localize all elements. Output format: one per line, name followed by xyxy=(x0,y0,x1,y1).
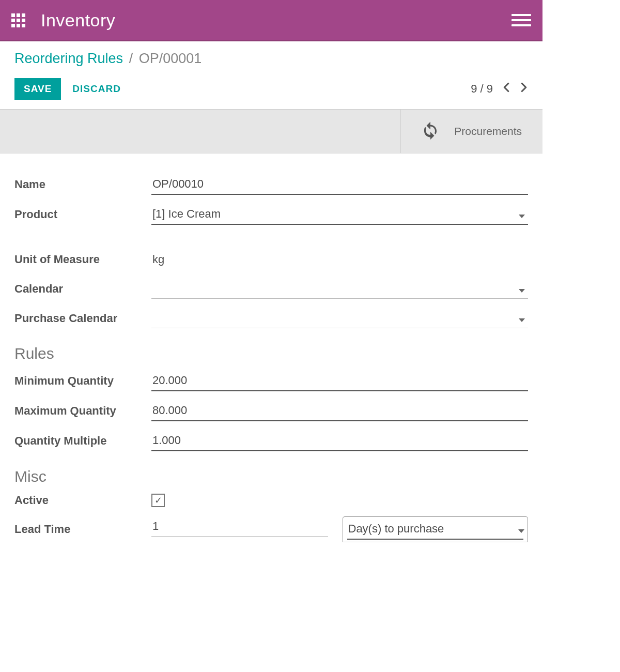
active-checkbox[interactable]: ✓ xyxy=(151,494,165,507)
label-name: Name xyxy=(14,178,151,191)
purchase-calendar-select[interactable] xyxy=(151,308,528,328)
qty-multiple-input[interactable] xyxy=(151,431,528,451)
top-navbar: Inventory xyxy=(0,0,542,41)
min-qty-input[interactable] xyxy=(151,371,528,391)
breadcrumb-parent-link[interactable]: Reordering Rules xyxy=(14,51,123,66)
discard-button[interactable]: DISCARD xyxy=(72,83,121,95)
procurements-label: Procurements xyxy=(454,125,522,138)
pager-next-icon[interactable] xyxy=(520,82,528,96)
label-min-qty: Minimum Quantity xyxy=(14,374,151,388)
breadcrumb-separator: / xyxy=(129,51,133,66)
label-active: Active xyxy=(14,494,151,507)
lead-time-input[interactable] xyxy=(151,516,328,537)
section-rules: Rules xyxy=(14,345,528,362)
breadcrumb: Reordering Rules / OP/00001 xyxy=(14,51,528,67)
stat-button-bar: Procurements xyxy=(0,109,542,154)
label-purchase-calendar: Purchase Calendar xyxy=(14,312,151,325)
label-calendar: Calendar xyxy=(14,282,151,296)
max-qty-input[interactable] xyxy=(151,401,528,421)
save-button[interactable]: SAVE xyxy=(14,78,61,100)
name-input[interactable] xyxy=(151,174,528,195)
breadcrumb-area: Reordering Rules / OP/00001 xyxy=(0,41,542,73)
refresh-icon xyxy=(421,121,440,142)
procurements-button[interactable]: Procurements xyxy=(400,110,542,153)
label-uom: Unit of Measure xyxy=(14,253,151,266)
form-body: Name Product Unit of Measure kg Calendar… xyxy=(0,154,542,566)
label-qty-multiple: Quantity Multiple xyxy=(14,434,151,448)
hamburger-menu-icon[interactable] xyxy=(512,14,531,26)
label-product: Product xyxy=(14,208,151,221)
actions-row: SAVE DISCARD 9 / 9 xyxy=(0,73,542,109)
apps-icon[interactable] xyxy=(11,13,25,27)
pager-count: 9 / 9 xyxy=(471,82,493,96)
pager-prev-icon[interactable] xyxy=(502,82,510,96)
breadcrumb-current: OP/00001 xyxy=(139,51,202,66)
lead-time-type-select[interactable] xyxy=(347,519,524,540)
pager: 9 / 9 xyxy=(471,82,528,96)
app-title[interactable]: Inventory xyxy=(41,10,115,30)
calendar-select[interactable] xyxy=(151,279,528,299)
section-misc: Misc xyxy=(14,468,528,485)
uom-value: kg xyxy=(151,250,528,269)
label-lead-time: Lead Time xyxy=(14,523,151,536)
label-max-qty: Maximum Quantity xyxy=(14,404,151,418)
product-select[interactable] xyxy=(151,204,528,225)
